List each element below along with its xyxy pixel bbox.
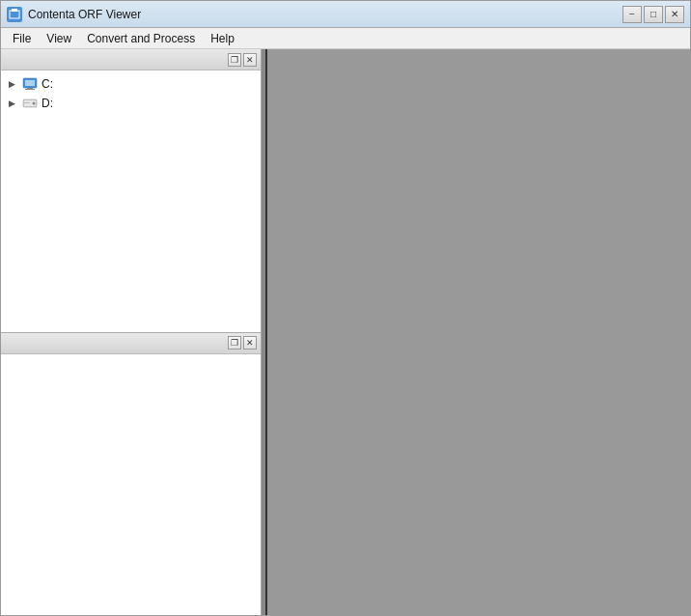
menu-bar: File View Convert and Process Help [1, 28, 690, 49]
content-area: ❐ ✕ ▶ [1, 49, 690, 615]
right-panel-bar [262, 49, 267, 615]
svg-rect-5 [25, 89, 35, 90]
tree-arrow-c: ▶ [9, 79, 18, 89]
main-window: Contenta ORF Viewer − □ ✕ File View Conv… [0, 0, 691, 616]
title-bar-controls: − □ ✕ [622, 6, 684, 23]
file-tree-close-button[interactable]: ✕ [243, 53, 257, 67]
file-tree-restore-button[interactable]: ❐ [228, 53, 241, 67]
right-panel [262, 49, 690, 615]
title-bar-left: Contenta ORF Viewer [7, 7, 141, 22]
title-bar: Contenta ORF Viewer − □ ✕ [1, 1, 690, 28]
menu-item-file[interactable]: File [5, 30, 39, 47]
tree-label-d: D: [41, 97, 53, 110]
drive-d-icon [22, 96, 38, 111]
file-tree-panel: ❐ ✕ ▶ [1, 49, 261, 333]
svg-point-8 [33, 102, 36, 105]
preview-panel-content [1, 354, 261, 616]
minimize-button[interactable]: − [622, 6, 642, 23]
svg-rect-1 [12, 9, 17, 12]
tree-item-c[interactable]: ▶ C: [5, 74, 257, 94]
tree-arrow-d: ▶ [9, 98, 18, 108]
preview-panel-close-button[interactable]: ✕ [243, 336, 257, 350]
svg-rect-9 [24, 102, 30, 103]
file-tree-content: ▶ C: ▶ [1, 70, 261, 332]
preview-panel: ❐ ✕ [1, 333, 261, 616]
app-icon [7, 7, 22, 22]
preview-panel-header: ❐ ✕ [1, 333, 261, 354]
svg-rect-0 [10, 11, 19, 18]
drive-c-icon [22, 76, 38, 92]
tree-label-c: C: [41, 77, 53, 91]
window-title: Contenta ORF Viewer [28, 8, 141, 21]
preview-panel-restore-button[interactable]: ❐ [228, 336, 241, 350]
close-button[interactable]: ✕ [665, 6, 684, 23]
maximize-button[interactable]: □ [644, 6, 663, 23]
menu-item-convert[interactable]: Convert and Process [79, 30, 203, 47]
svg-rect-3 [25, 80, 35, 86]
tree-item-d[interactable]: ▶ D: [5, 94, 257, 113]
menu-item-help[interactable]: Help [203, 30, 242, 47]
file-tree-header: ❐ ✕ [1, 49, 261, 70]
menu-item-view[interactable]: View [39, 30, 79, 47]
left-panel: ❐ ✕ ▶ [1, 49, 262, 615]
